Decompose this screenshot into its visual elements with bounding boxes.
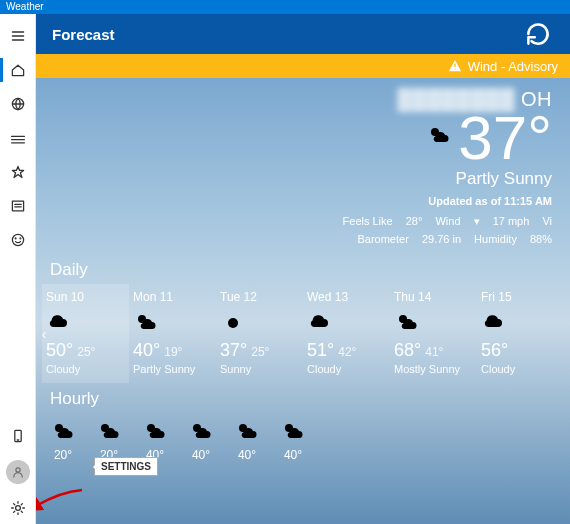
current-conditions: ████████ OH 37° Partly Sunny Updated as … xyxy=(36,78,570,254)
page-title: Forecast xyxy=(52,26,115,43)
day-tile[interactable]: Mon 1140°19°Partly Sunny xyxy=(129,284,216,383)
svg-rect-14 xyxy=(12,201,23,211)
svg-point-22 xyxy=(15,468,19,472)
sidebar-item-forecast[interactable] xyxy=(0,54,36,86)
sidebar-item-account[interactable] xyxy=(6,460,30,484)
current-temp: 37° xyxy=(458,107,552,169)
daily-heading: Daily xyxy=(36,254,570,284)
day-tile[interactable]: Wed 1351°42°Cloudy xyxy=(303,284,390,383)
hour-tile[interactable]: 40° xyxy=(234,419,260,462)
day-tile[interactable]: Sun 1050°25°Cloudy xyxy=(42,284,129,383)
updated-time: Updated as of 11:15 AM xyxy=(36,195,552,207)
warning-icon xyxy=(448,59,462,73)
sidebar-item-maps[interactable] xyxy=(0,88,36,120)
daily-prev-button[interactable]: ‹ xyxy=(36,314,54,354)
hour-tile[interactable]: 20° xyxy=(96,419,122,462)
day-tile[interactable]: Tue 1237°25°Sunny xyxy=(216,284,303,383)
hamburger-button[interactable] xyxy=(0,20,36,52)
svg-point-17 xyxy=(12,234,23,245)
sidebar-item-favorites[interactable] xyxy=(0,156,36,188)
settings-tooltip: SETTINGS xyxy=(94,457,158,476)
hour-tile[interactable]: 40° xyxy=(142,419,168,462)
sidebar xyxy=(0,14,36,524)
partly-sunny-icon xyxy=(426,123,452,153)
main-panel: Forecast Wind - Advisory ████████ OH 37°… xyxy=(36,14,570,524)
hour-tile[interactable]: 20° xyxy=(50,419,76,462)
hourly-heading: Hourly xyxy=(36,383,570,413)
svg-point-19 xyxy=(20,238,21,239)
sidebar-item-news[interactable] xyxy=(0,190,36,222)
daily-forecast: ‹ Sun 1050°25°CloudyMon 1140°19°Partly S… xyxy=(36,284,570,383)
hour-tile[interactable]: 40° xyxy=(188,419,214,462)
current-condition: Partly Sunny xyxy=(36,169,552,189)
sidebar-item-feedback[interactable] xyxy=(0,224,36,256)
day-tile[interactable]: Thu 1468°41°Mostly Sunny xyxy=(390,284,477,383)
advisory-text: Wind - Advisory xyxy=(468,59,558,74)
sidebar-item-settings[interactable] xyxy=(0,492,36,524)
hourly-forecast: 20°20°40°40°40°40° xyxy=(36,413,570,462)
day-tile[interactable]: Fri 1556°Cloudy xyxy=(477,284,564,383)
hour-tile[interactable]: 40° xyxy=(280,419,306,462)
sidebar-item-mobile[interactable] xyxy=(0,420,36,452)
header-bar: Forecast xyxy=(36,14,570,54)
current-details: Feels Like 28° Wind ▾ 17 mph Vi Baromete… xyxy=(36,213,552,248)
svg-point-18 xyxy=(15,238,16,239)
svg-point-23 xyxy=(15,506,20,511)
sidebar-item-historical[interactable] xyxy=(0,122,36,154)
app-name: Weather xyxy=(6,1,44,12)
window-titlebar: Weather xyxy=(0,0,570,14)
advisory-banner[interactable]: Wind - Advisory xyxy=(36,54,570,78)
refresh-button[interactable] xyxy=(522,18,554,50)
